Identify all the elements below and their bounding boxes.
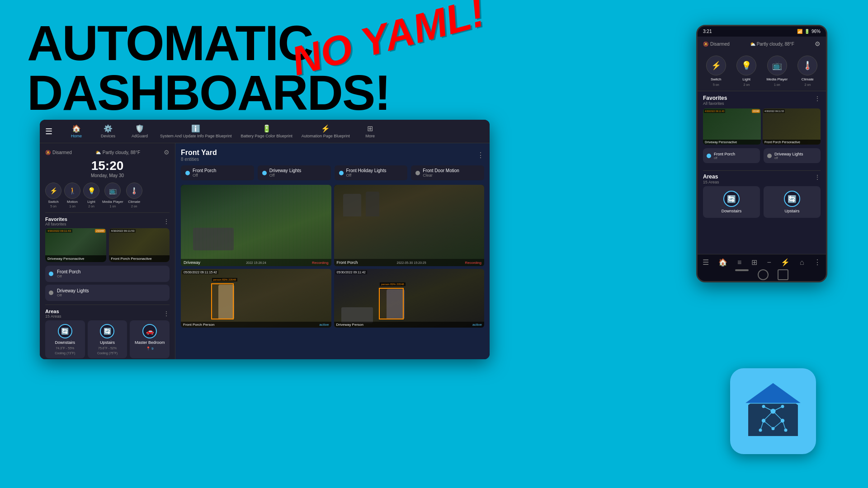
phone-nav-power[interactable]: ⚡ — [781, 258, 790, 267]
phone-nav-more[interactable]: ⋮ — [814, 258, 821, 267]
driveway-camera[interactable]: Driveway 2022 15:26:24 Recording — [181, 185, 331, 266]
phone-switch-circle: ⚡ — [706, 56, 726, 75]
porch-light-status: Off — [57, 274, 80, 278]
area-upstairs[interactable]: 🔄 Upstairs 75.6°F - 52% Cooling (75°F) — [88, 320, 127, 358]
door-motion-info: Front Door Motion Clear — [423, 168, 459, 178]
phone-light-row: Front Porch off Driveway Lights off — [703, 148, 821, 163]
nav-more[interactable]: ⊞ More — [359, 124, 382, 138]
phone-downstairs-area[interactable]: 🔄 Downstairs — [703, 186, 760, 218]
upstairs-cooling: Cooling (75°F) — [97, 352, 118, 355]
entity-motion[interactable]: 🚶 Motion 1 on — [64, 183, 80, 208]
phone-upstairs-area[interactable]: 🔄 Upstairs — [764, 186, 821, 218]
phone-nav-menu[interactable]: ☰ — [703, 258, 709, 267]
gesture-square — [778, 269, 788, 280]
phone-areas-title: Areas — [703, 174, 719, 180]
phone-upstairs-name: Upstairs — [784, 209, 799, 213]
main-more-icon[interactable]: ⋮ — [477, 151, 484, 160]
detection-score-badge: 23348 — [95, 229, 105, 233]
phone-porch-feed: 4/30/2022 09:11:53 — [763, 108, 821, 145]
porch-person-detection[interactable]: person 83% 23548 05/30/2022 09:11:15:42 … — [181, 269, 331, 328]
phone-nav-icons: ☰ 🏠 ≡ ⊞ − ⚡ ⌂ ⋮ — [698, 254, 826, 268]
phone-nav-dash[interactable]: − — [767, 258, 771, 267]
sidebar-time: 15:20 Monday, May 30 — [45, 159, 170, 178]
phone-areas-sub: 15 Areas — [703, 180, 719, 184]
phone-media-count: 1 on — [774, 83, 780, 86]
entity-climate[interactable]: 🌡️ Climate 2 on — [126, 183, 142, 208]
disarmed-badge: 🔕 Disarmed — [45, 150, 72, 155]
fav-porch-cam[interactable]: 4/30/2022 09:11:53 Front Porch Personact… — [109, 228, 170, 262]
ha-logo-svg — [741, 380, 805, 443]
area-master-bedroom[interactable]: 🚗 Master Bedroom 📍 9 — [130, 320, 170, 358]
phone-nav-ha[interactable]: ⌂ — [800, 258, 804, 267]
entity-switch[interactable]: ⚡ Switch 5 on — [45, 183, 61, 208]
phone-entity-climate[interactable]: 🌡️ Climate 2 on — [794, 56, 822, 86]
phone-nav-home[interactable]: 🏠 — [718, 258, 727, 267]
phone-driveway-lights[interactable]: Driveway Lights off — [764, 148, 821, 163]
menu-icon[interactable]: ☰ — [45, 127, 52, 136]
phone-driveway-date: 4/30/2022 09:11:43 — [704, 109, 725, 113]
fav-driveway-cam[interactable]: 4/30/2022 09:11:43 23348 Driveway Person… — [45, 228, 106, 262]
phone-climate-circle: 🌡️ — [797, 56, 817, 75]
phone-light-circle: 💡 — [736, 56, 756, 75]
favorites-more-icon[interactable]: ⋮ — [163, 218, 170, 225]
driveway-lights-card[interactable]: Driveway Lights Off — [45, 285, 170, 301]
main-title-line1: AUTOMATIC — [27, 18, 307, 68]
entity-light[interactable]: 💡 Light 2 on — [83, 183, 99, 208]
phone-mockup: 3:21 📶 🔋 96% 🔕 Disarmed ⛅ Partly cloudy,… — [696, 25, 827, 282]
entity-mediaplayer[interactable]: 📺 Media Player 1 on — [102, 183, 123, 208]
phone-driveway-cam[interactable]: 4/30/2022 09:11:43 23348 Driveway Person… — [703, 108, 761, 145]
settings-gear-icon[interactable]: ⚙ — [164, 149, 170, 156]
phone-entity-switch[interactable]: ⚡ Switch 5 on — [702, 56, 730, 86]
phone-nav-list[interactable]: ≡ — [737, 258, 741, 267]
weather-label: Partly cloudy, 88°F — [103, 150, 140, 155]
grass-texture — [181, 185, 331, 266]
nav-battery[interactable]: 🔋 Battery Page Color Blueprint — [241, 124, 292, 138]
phone-settings-icon[interactable]: ⚙ — [815, 40, 821, 47]
nav-devices[interactable]: ⚙️ Devices — [97, 124, 119, 138]
upstairs-icon: 🔄 — [100, 324, 114, 338]
front-porch-light-card[interactable]: Front Porch Off — [45, 266, 170, 282]
phone-porch-cam[interactable]: 4/30/2022 09:11:53 Front Porch Personact… — [763, 108, 821, 145]
nav-adguard-label: AdGuard — [132, 134, 148, 138]
nav-automation[interactable]: ⚡ Automation Page Blueprint — [302, 124, 350, 138]
driveway-person-detection[interactable]: person 83% 23548 05/30/2022 09:11:42 Dri… — [334, 269, 485, 328]
areas-more-icon[interactable]: ⋮ — [163, 310, 170, 317]
weather-status: ⛅ Partly cloudy, 88°F — [95, 150, 140, 155]
phone-entity-light[interactable]: 💡 Light 2 on — [733, 56, 761, 86]
holiday-lights-val: Off — [346, 173, 387, 178]
phone-front-porch-light[interactable]: Front Porch off — [703, 148, 760, 163]
phone-media-circle: 📺 — [767, 56, 787, 75]
dash-content: 🔕 Disarmed ⛅ Partly cloudy, 88°F ⚙ 15:20… — [40, 143, 490, 359]
nav-system[interactable]: ℹ️ System And Update Info Page Blueprint — [160, 124, 232, 138]
nav-more-label: More — [365, 134, 375, 138]
chair-shape-2 — [366, 192, 379, 216]
porch-cam-date: 4/30/2022 09:11:53 — [110, 229, 136, 233]
driveway-lights-status[interactable]: Driveway Lights Off — [258, 165, 331, 180]
phone-areas-more-icon[interactable]: ⋮ — [814, 174, 821, 184]
phone-areas-title-group: Areas 15 Areas — [703, 174, 719, 184]
switch-icon-circle: ⚡ — [45, 183, 61, 199]
nav-battery-label: Battery Page Color Blueprint — [241, 134, 292, 138]
date-display: Monday, May 30 — [45, 173, 170, 178]
nav-adguard[interactable]: 🛡️ AdGuard — [128, 124, 151, 138]
porch-camera[interactable]: Front Porch 2022-05-30 15:20:25 Recordin… — [334, 185, 485, 266]
phone-nav-grid[interactable]: ⊞ — [751, 258, 757, 267]
front-door-motion-status[interactable]: Front Door Motion Clear — [411, 165, 484, 180]
areas-title-group: Areas 15 Areas — [45, 309, 61, 319]
front-porch-status[interactable]: Front Porch Off — [181, 165, 254, 180]
front-holiday-status[interactable]: Front Holiday Lights Off — [335, 165, 408, 180]
phone-entity-media[interactable]: 📺 Media Player 1 on — [763, 56, 791, 86]
door-motion-name: Front Door Motion — [423, 168, 459, 173]
porch-feed — [334, 185, 485, 266]
front-porch-dot — [185, 171, 190, 175]
area-downstairs[interactable]: 🔄 Downstairs 74.3°F - 55% Cooling (73°F) — [45, 320, 85, 358]
nav-home[interactable]: 🏠 Home — [65, 124, 88, 138]
phone-disarmed: 🔕 Disarmed — [703, 42, 730, 47]
phone-favorites-more-icon[interactable]: ⋮ — [814, 95, 821, 106]
porch-light-name: Front Porch — [57, 269, 80, 274]
entity-row: ⚡ Switch 5 on 🚶 Motion 1 on 💡 Light 2 on… — [45, 183, 170, 208]
person-bbox-porch: person 83% 23548 — [211, 283, 234, 319]
porch-recording-label: Recording — [465, 261, 481, 265]
areas-title: Areas — [45, 309, 61, 314]
porch-light-dot — [49, 272, 53, 276]
